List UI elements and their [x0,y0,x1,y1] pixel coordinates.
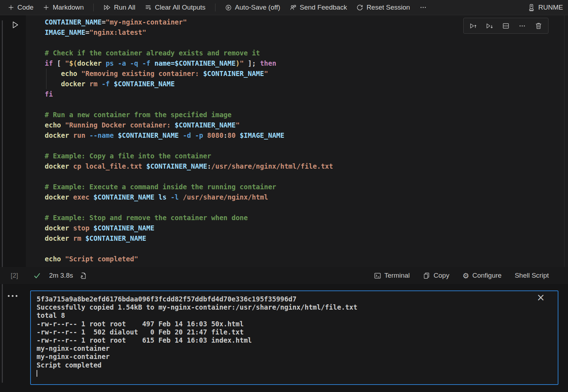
output-line: Script completed [37,361,536,369]
send-feedback-icon [290,4,296,11]
terminal-label: Terminal [384,272,410,279]
auto-save-label: Auto-Save (off) [235,4,280,11]
code-line[interactable] [45,141,568,151]
code-line[interactable]: docker rm $CONTAINER_NAME [45,233,568,244]
cell-more-actions-button[interactable] [514,18,530,33]
clear-all-outputs-label: Clear All Outputs [155,4,206,11]
more-icon [420,4,427,11]
output-cursor-row [31,370,558,377]
run-all-label: Run All [114,4,135,11]
runme-brand[interactable]: RUNME [528,4,563,11]
code-line[interactable]: # Example: Copy a file into the containe… [45,151,568,161]
code-line[interactable]: docker rm -f $CONTAINER_NAME [45,79,568,89]
split-cell-button[interactable] [498,18,514,33]
output-line: my-nginx-container [37,353,536,361]
auto-save-icon [225,4,232,11]
auto-save-toggle[interactable]: Auto-Save (off) [225,4,280,11]
notebook-toolbar: Code Markdown Run All Clear All Outputs [0,0,568,15]
cell-status-bar: [2] 2m 3.8s Terminal Copy ⚙ Conf [0,267,568,284]
execution-duration: 2m 3.8s [49,272,73,279]
cell-toolbar [463,18,548,34]
delete-cell-button[interactable] [530,18,547,33]
execute-above-button[interactable] [465,18,481,33]
code-lines: CONTAINER_NAME="my-nginx-container"IMAGE… [26,15,568,264]
add-markdown-button[interactable]: Markdown [43,4,84,11]
output-line: -rw-r--r-- 1 root root 497 Feb 14 16:03 … [37,320,536,328]
add-code-button[interactable]: Code [8,4,33,11]
code-line[interactable]: # Example: Stop and remove the container… [45,213,568,223]
code-line[interactable] [45,202,568,213]
runme-brand-label: RUNME [538,4,563,11]
code-line[interactable]: # Example: Execute a command inside the … [45,182,568,192]
send-feedback-label: Send Feedback [300,4,347,11]
output-more-button[interactable] [8,295,17,297]
configure-label: Configure [473,272,502,279]
send-feedback-button[interactable]: Send Feedback [290,4,347,11]
copy-icon [423,272,430,279]
execute-below-button[interactable] [481,18,498,33]
gear-icon: ⚙ [463,272,469,279]
close-output-button[interactable]: × [537,293,545,303]
cell-output: 5f3a715a9a8be2efd6176bdaa096f3fcdd82f57d… [30,290,558,385]
toolbar-more-button[interactable] [420,4,427,11]
success-check-icon [33,272,41,279]
add-code-label: Code [17,4,33,11]
code-line[interactable]: echo "Running Docker container: $CONTAIN… [45,120,568,130]
run-all-icon [103,4,111,11]
code-line[interactable] [45,99,568,110]
cell-status-actions: Terminal Copy ⚙ Configure Shell Script [374,272,568,279]
reset-session-button[interactable]: Reset Session [356,4,410,11]
output-lines: 5f3a715a9a8be2efd6176bdaa096f3fcdd82f57d… [31,291,558,369]
code-line[interactable] [45,172,568,182]
output-line: total 8 [37,311,536,320]
execution-count: [2] [11,272,18,279]
code-line[interactable]: docker run --name $CONTAINER_NAME -d -p … [45,130,568,141]
code-line[interactable]: echo "Removing existing container: $CONT… [45,69,568,79]
add-markdown-label: Markdown [53,4,84,11]
copy-button[interactable]: Copy [423,272,449,279]
terminal-cursor [37,370,37,377]
toolbar-separator [215,4,215,11]
output-line: Successfully copied 1.54kB to my-nginx-c… [37,303,536,311]
code-line[interactable] [45,38,568,48]
code-cell-editor[interactable]: CONTAINER_NAME="my-nginx-container"IMAGE… [26,15,568,267]
reset-session-icon [356,4,363,11]
code-line[interactable]: # Check if the container already exists … [45,48,568,58]
run-all-button[interactable]: Run All [103,4,135,11]
clear-outputs-icon [145,4,152,11]
cell-focus-indicator [2,20,3,383]
plus-icon [43,4,49,11]
code-line[interactable]: echo "Script completed" [45,254,568,264]
export-output-icon[interactable] [80,272,87,279]
code-line[interactable]: fi [45,89,568,99]
terminal-button[interactable]: Terminal [374,272,410,279]
code-line[interactable]: if [ "$(docker ps -a -q -f name=$CONTAIN… [45,58,568,69]
terminal-icon [374,272,381,279]
toolbar-separator [93,4,94,11]
reset-session-label: Reset Session [366,4,410,11]
code-line[interactable]: docker cp local_file.txt $CONTAINER_NAME… [45,161,568,172]
editor-scrollbar-gutter [564,15,564,267]
plus-icon [8,4,14,11]
code-line[interactable]: # Run a new container from the specified… [45,110,568,120]
run-cell-button[interactable] [10,20,20,30]
output-line: -rw-r--r-- 1 root root 615 Feb 14 16:03 … [37,336,536,344]
output-line: -rw-r--r-- 1 502 dialout 0 Feb 20 21:47 … [37,328,536,336]
notebook-window: Code Markdown Run All Clear All Outputs [0,0,568,392]
language-label: Shell Script [515,272,549,279]
output-line: 5f3a715a9a8be2efd6176bdaa096f3fcdd82f57d… [37,295,536,303]
output-line: my-nginx-container [37,344,536,353]
language-picker[interactable]: Shell Script [515,272,549,279]
code-line[interactable] [45,244,568,254]
code-line[interactable]: docker stop $CONTAINER_NAME [45,223,568,233]
runme-logo-icon [528,4,535,11]
code-line[interactable]: docker exec $CONTAINER_NAME ls -l /usr/s… [45,192,568,202]
configure-button[interactable]: ⚙ Configure [463,272,502,279]
clear-all-outputs-button[interactable]: Clear All Outputs [145,4,206,11]
copy-label: Copy [433,272,449,279]
